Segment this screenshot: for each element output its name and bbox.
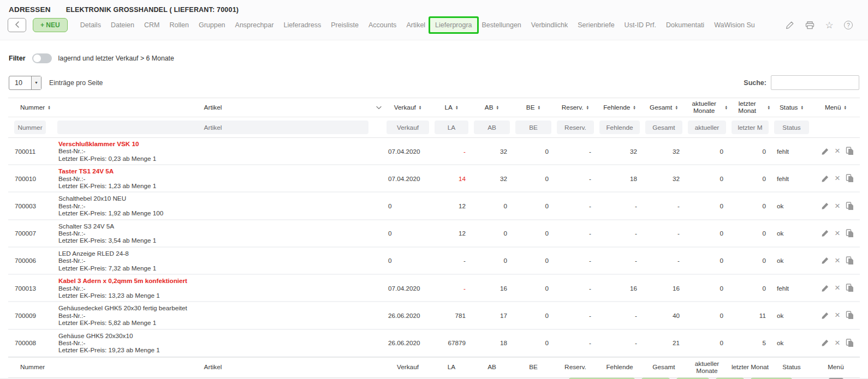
delete-icon[interactable] — [833, 284, 842, 292]
edit-icon[interactable] — [821, 339, 829, 347]
back-button[interactable] — [8, 18, 26, 32]
filter-input-letzter[interactable] — [732, 121, 769, 134]
sort-icon[interactable]: ▲▼ — [586, 105, 590, 110]
edit-icon[interactable] — [821, 147, 829, 155]
column-header-aktueller-monate[interactable]: aktueller Monate▲▼ — [685, 98, 729, 117]
column-header-be[interactable]: BE▲▼ — [513, 102, 554, 113]
delete-icon[interactable] — [833, 311, 842, 320]
article-name[interactable]: LED Anzeige RLED 24-8 — [58, 250, 374, 257]
filter-input-la[interactable] — [435, 121, 468, 134]
article-name[interactable]: Schalter S3 24V 5A — [58, 222, 374, 230]
column-header-letzter-monat[interactable]: letzter Monat▲▼ — [729, 98, 771, 117]
tab-rollen[interactable]: Rollen — [164, 18, 193, 32]
column-header-reserv[interactable]: Reserv.▲▼ — [554, 102, 597, 113]
delete-icon[interactable] — [833, 339, 842, 347]
copy-icon[interactable] — [846, 284, 854, 292]
print-icon[interactable] — [805, 20, 815, 30]
article-name[interactable]: Kabel 3 Adern x 0,2qmm 5m konfektioniert — [58, 277, 374, 284]
column-header-verkauf[interactable]: Verkauf▲▼ — [384, 102, 432, 113]
filter-input-be[interactable] — [515, 121, 551, 134]
tab-wawision-su[interactable]: WaWision Su — [709, 18, 760, 32]
copy-icon[interactable] — [846, 256, 854, 265]
tab-dokumentati[interactable]: Dokumentati — [661, 18, 709, 32]
delete-icon[interactable] — [833, 174, 842, 183]
tab-dateien[interactable]: Dateien — [106, 18, 139, 32]
column-header-status[interactable]: Status▲▼ — [771, 102, 812, 113]
edit-icon[interactable] — [821, 256, 829, 265]
sort-icon[interactable]: ▲▼ — [538, 105, 541, 110]
filter-input-aktueller[interactable] — [688, 121, 726, 134]
copy-icon[interactable] — [846, 147, 854, 155]
sort-icon[interactable]: ▲▼ — [455, 105, 459, 110]
tab-preisliste[interactable]: Preisliste — [326, 18, 364, 32]
edit-icon[interactable] — [785, 20, 795, 30]
tab-lieferprogra[interactable]: Lieferprogra — [430, 18, 477, 32]
column-header-nummer[interactable]: Nummer▲▼ — [8, 102, 52, 113]
tab-serienbriefe[interactable]: Serienbriefe — [573, 18, 619, 32]
filter-input-verkauf[interactable] — [387, 121, 429, 134]
article-name[interactable]: Taster TS1 24V 5A — [58, 167, 374, 175]
sort-icon[interactable]: ▲▼ — [800, 105, 804, 110]
edit-icon[interactable] — [821, 202, 829, 210]
sort-icon[interactable]: ▲▼ — [419, 105, 422, 110]
column-header-artikel[interactable]: Artikel — [52, 102, 374, 113]
column-header-la[interactable]: LA▲▼ — [432, 102, 471, 113]
column-header-fehlende[interactable]: Fehlende▲▼ — [597, 102, 643, 113]
copy-icon[interactable] — [846, 202, 854, 210]
tab-bestellungen[interactable]: Bestellungen — [477, 18, 526, 32]
tab-gruppen[interactable]: Gruppen — [194, 18, 230, 32]
footer-column-be: BE — [513, 362, 554, 373]
column-header-gesamt[interactable]: Gesamt▲▼ — [643, 102, 685, 113]
tab-accounts[interactable]: Accounts — [364, 18, 401, 32]
star-icon[interactable] — [824, 20, 834, 30]
copy-icon[interactable] — [846, 339, 854, 347]
article-name[interactable]: Verschlußklammer VSK 10 — [58, 140, 374, 147]
tab-lieferadress[interactable]: Lieferadress — [278, 18, 326, 32]
filter-input-fehlende[interactable] — [599, 121, 640, 134]
sort-icon[interactable]: ▲▼ — [843, 105, 847, 110]
delete-icon[interactable] — [833, 229, 842, 238]
copy-icon[interactable] — [846, 229, 854, 238]
sort-icon[interactable]: ▲▼ — [767, 105, 770, 110]
controls-row: 10 Einträge pro Seite Suche: — [0, 65, 868, 95]
edit-icon[interactable] — [821, 174, 829, 183]
edit-icon[interactable] — [821, 284, 829, 292]
copy-icon[interactable] — [846, 311, 854, 320]
article-name[interactable]: Gehäuse GHK5 20x30x10 — [58, 332, 374, 339]
column-header-ab[interactable]: AB▲▼ — [471, 102, 513, 113]
delete-icon[interactable] — [833, 256, 842, 265]
filter-input-artikel[interactable] — [57, 121, 368, 134]
tab-artikel[interactable]: Artikel — [401, 18, 430, 32]
tab-verbindlichk[interactable]: Verbindlichk — [526, 18, 573, 32]
page-size-select[interactable]: 10 — [9, 76, 41, 90]
filter-input-reserv[interactable] — [557, 121, 594, 134]
tab-ust-id-prf-[interactable]: Ust-ID Prf. — [620, 18, 661, 32]
delete-icon[interactable] — [833, 202, 842, 210]
article-name[interactable]: Schalthebel 20x10 NEU — [58, 195, 374, 202]
sort-icon[interactable]: ▲▼ — [496, 105, 500, 110]
search-input[interactable] — [771, 75, 859, 90]
edit-icon[interactable] — [821, 311, 829, 320]
new-button[interactable]: + NEU — [33, 18, 68, 32]
cell-verkauf: 07.04.2020 — [384, 173, 432, 184]
edit-icon[interactable] — [821, 229, 829, 238]
sort-icon[interactable]: ▲▼ — [633, 105, 636, 110]
sort-icon[interactable]: ▲▼ — [675, 105, 678, 110]
filter-input-status[interactable] — [774, 121, 809, 134]
filter-input-ab[interactable] — [474, 121, 510, 134]
help-icon[interactable] — [844, 21, 853, 29]
filter-input-gesamt[interactable] — [645, 121, 682, 134]
sort-icon[interactable]: ▲▼ — [47, 105, 51, 110]
chevron-down-icon[interactable] — [374, 106, 384, 110]
tab-crm[interactable]: CRM — [139, 18, 164, 32]
tab-details[interactable]: Details — [75, 18, 106, 32]
cell-be: 0 — [513, 310, 554, 321]
sort-icon[interactable]: ▲▼ — [724, 105, 728, 110]
copy-icon[interactable] — [846, 174, 854, 183]
tab-ansprechpar[interactable]: Ansprechpar — [230, 18, 279, 32]
delete-icon[interactable] — [833, 147, 842, 155]
filter-toggle[interactable] — [32, 53, 52, 63]
article-name[interactable]: Gehäusedeckel GHK5 20x30 fertig bearbeit… — [58, 304, 374, 311]
filter-input-nummer[interactable] — [14, 121, 46, 134]
column-header-menu[interactable]: Menü▲▼ — [812, 102, 860, 113]
